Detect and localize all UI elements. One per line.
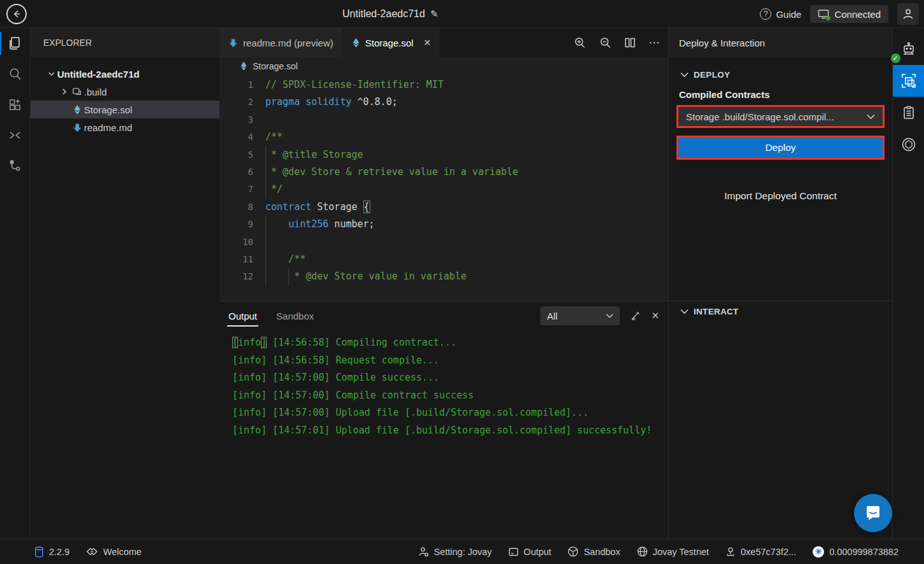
interact-section-header[interactable]: INTERACT [669,302,892,321]
log-line: [info] [14:57:00] Upload file [.build/St… [232,404,668,422]
activity-compare-chevrons-icon[interactable] [0,120,31,150]
connected-button[interactable]: Connected [810,5,888,23]
welcome-item[interactable]: Welcome [86,546,141,557]
balance-item[interactable]: ✳ 0.000999873882 [813,546,899,558]
root-folder-label: Untitled-2aedc71d [57,69,139,80]
readme-file-label: readme.md [84,122,132,133]
clear-output-icon[interactable] [630,311,641,321]
interact-section-label: INTERACT [694,307,739,316]
import-deployed-contract-link[interactable]: Import Deployed Contract [669,190,892,202]
panel-divider [669,300,892,301]
question-circle-icon: ? [760,8,771,20]
log-line: [info] [14:56:58] Compiling contract... [232,334,668,352]
output-label: Output [524,547,552,557]
edit-pencil-icon[interactable]: ✎ [430,8,438,20]
network-label: Jovay Testnet [653,547,709,557]
deploy-section-label: DEPLOY [694,70,730,80]
chevron-down-icon [606,313,613,318]
deploy-frame-icon[interactable] [893,65,924,97]
right-activity-bar: ✓ [892,28,924,539]
chat-bubble-icon [864,504,883,523]
code-line[interactable]: 2pragma solidity ^0.8.0; [220,94,668,111]
log-line: [info] [14:56:58] Request compile... [232,352,668,370]
editor-group: readme.md (preview) Storage.sol ✕ [220,28,668,539]
activity-extensions-icon[interactable] [0,89,31,120]
close-icon[interactable]: ✕ [651,310,659,321]
deploy-section-header[interactable]: DEPLOY [669,65,892,84]
tree-root[interactable]: Untitled-2aedc71d [31,65,220,83]
code-line[interactable]: 3 [220,111,668,129]
activity-files-icon[interactable] [0,28,31,59]
openai-swirl-icon[interactable] [893,129,924,160]
tree-item-readme[interactable]: readme.md [31,118,220,136]
version-item[interactable]: 2.2.9 [34,546,69,558]
breadcrumb-file: Storage.sol [253,61,298,71]
robot-assistant-icon[interactable]: ✓ [893,33,924,65]
address-item[interactable]: 0xe57c73f2... [725,546,796,557]
tree-item-storage[interactable]: Storage.sol [31,101,220,118]
address-pin-icon [725,546,736,557]
deploy-button-annotation: Deploy [676,136,885,160]
code-line[interactable]: 5 * @title Storage [220,146,668,164]
code-line[interactable]: 12 * @dev Store value in variable [220,268,668,285]
chevron-down-icon [46,70,57,78]
chat-bubble-button[interactable] [854,494,892,532]
zoom-in-icon[interactable] [573,36,586,49]
close-icon[interactable]: ✕ [424,38,431,48]
file-tree: Untitled-2aedc71d .build [31,57,220,136]
setting-item[interactable]: Setting: Jovay [418,546,492,557]
zoom-out-icon[interactable] [599,36,612,49]
code-line[interactable]: 1// SPDX-License-Identifier: MIT [220,76,668,94]
tab-sandbox[interactable]: Sandbox [275,302,315,330]
deploy-button[interactable]: Deploy [678,137,883,158]
back-button[interactable] [6,4,27,24]
check-badge-icon: ✓ [890,53,901,64]
activity-git-branch-icon[interactable] [0,150,31,181]
version-label: 2.2.9 [49,547,69,557]
tab-label: readme.md (preview) [243,38,333,48]
code-line[interactable]: 6 * @dev Store & retrieve value in a var… [220,164,668,181]
code-line[interactable]: 4/** [220,129,668,146]
folder-build-icon [70,87,84,97]
clipboard-icon[interactable] [893,97,924,129]
more-ellipsis-icon[interactable]: ⋯ [648,36,661,50]
log-filter-dropdown[interactable]: All [540,306,620,325]
project-title: Untitled-2aedc71d [342,8,425,20]
network-item[interactable]: Jovay Testnet [637,546,709,557]
solidity-ethereum-icon [70,104,84,115]
tab-output[interactable]: Output [227,302,258,330]
code-line[interactable]: 7 */ [220,181,668,198]
code-line[interactable]: 9 uint256 number; [220,216,668,233]
user-avatar-icon[interactable] [897,3,919,25]
tab-readme-preview[interactable]: readme.md (preview) [220,28,343,57]
handshake-icon [86,546,98,557]
code-lines: 1// SPDX-License-Identifier: MIT2pragma … [220,76,668,286]
tab-storage-sol[interactable]: Storage.sol ✕ [343,28,441,57]
tree-item-build[interactable]: .build [31,83,220,101]
monitor-connected-icon [818,9,829,19]
tab-label: Storage.sol [365,38,414,48]
sandbox-item[interactable]: Sandbox [568,546,620,557]
code-editor[interactable]: 1// SPDX-License-Identifier: MIT2pragma … [220,74,668,301]
contract-dropdown-annotation: Storage .build/Storage.sol.compil... [676,105,885,128]
guide-label: Guide [776,9,801,20]
breadcrumb[interactable]: Storage.sol [220,57,668,74]
code-line[interactable]: 8contract Storage { [220,199,668,216]
output-item[interactable]: Output [508,547,552,557]
chevron-down-icon [867,114,875,120]
address-label: 0xe57c73f2... [741,547,796,557]
split-editor-icon[interactable] [624,37,636,48]
explorer-header: EXPLORER [31,28,220,57]
chevron-down-icon [680,309,689,314]
storage-file-label: Storage.sol [84,104,132,115]
globe-icon [637,546,648,557]
guide-button[interactable]: ? Guide [760,8,801,20]
compiled-contract-dropdown[interactable]: Storage .build/Storage.sol.compil... [678,107,883,126]
code-line[interactable]: 11 /** [220,251,668,268]
chevron-down-icon [680,72,689,78]
connected-label: Connected [834,9,881,20]
activity-search-icon[interactable] [0,59,31,89]
log-line: [info] [14:57:00] Compile success... [232,369,668,387]
code-line[interactable]: 10 [220,234,668,251]
log-line: [info] [14:57:01] Upload file [.build/St… [232,422,668,440]
